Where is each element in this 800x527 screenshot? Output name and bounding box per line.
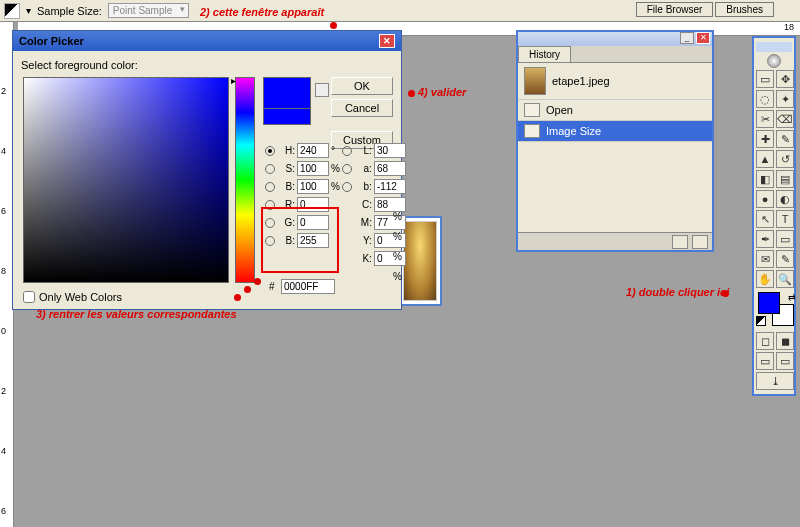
dialog-titlebar[interactable]: Color Picker ✕ bbox=[13, 31, 401, 51]
annotation-dot bbox=[244, 286, 251, 293]
close-icon[interactable]: ✕ bbox=[696, 32, 710, 44]
hex-hash-label: # bbox=[269, 281, 275, 292]
color-field[interactable] bbox=[23, 77, 229, 283]
radio-bb[interactable] bbox=[265, 236, 275, 246]
radio-a[interactable] bbox=[342, 164, 352, 174]
stamp-tool[interactable]: ▲ bbox=[756, 150, 774, 168]
history-step-open[interactable]: Open bbox=[518, 100, 712, 121]
sample-size-label: Sample Size: bbox=[37, 5, 102, 17]
history-snapshot-row[interactable]: etape1.jpeg bbox=[518, 63, 712, 100]
panel-titlebar[interactable]: _ ✕ bbox=[518, 32, 712, 46]
new-color-swatch[interactable] bbox=[263, 77, 311, 109]
palette-well: File Browser Brushes bbox=[636, 2, 774, 17]
cancel-button[interactable]: Cancel bbox=[331, 99, 393, 117]
color-picker-dialog: Color Picker ✕ Select foreground color: … bbox=[12, 30, 402, 310]
tool-preset-icon[interactable] bbox=[4, 3, 20, 19]
quickmask-on-icon[interactable]: ◼ bbox=[776, 332, 794, 350]
jump-to-icon[interactable]: ⤓ bbox=[756, 372, 794, 390]
radio-b[interactable] bbox=[265, 182, 275, 192]
default-colors-icon[interactable] bbox=[756, 316, 766, 326]
wand-tool[interactable]: ✦ bbox=[776, 90, 794, 108]
ruler-tick-label: 4 bbox=[1, 146, 6, 156]
g-input[interactable] bbox=[297, 215, 329, 230]
radio-g[interactable] bbox=[265, 218, 275, 228]
ruler-tick-label: 2 bbox=[1, 86, 6, 96]
gamut-warning-icon[interactable] bbox=[315, 83, 329, 97]
zoom-tool[interactable]: 🔍 bbox=[776, 270, 794, 288]
radio-lab-b[interactable] bbox=[342, 182, 352, 192]
adobe-online-icon[interactable] bbox=[767, 54, 781, 68]
ok-button[interactable]: OK bbox=[331, 77, 393, 95]
open-icon bbox=[524, 103, 540, 117]
heal-tool[interactable]: ✚ bbox=[756, 130, 774, 148]
bb-input[interactable] bbox=[297, 233, 329, 248]
crop-tool[interactable]: ✂ bbox=[756, 110, 774, 128]
snapshot-thumb-icon bbox=[524, 67, 546, 95]
radio-l[interactable] bbox=[342, 146, 352, 156]
blur-tool[interactable]: ● bbox=[756, 190, 774, 208]
type-tool[interactable]: T bbox=[776, 210, 794, 228]
dodge-tool[interactable]: ◐ bbox=[776, 190, 794, 208]
eyedropper-tool[interactable]: ✎ bbox=[776, 250, 794, 268]
c-input[interactable] bbox=[374, 197, 406, 212]
lasso-tool[interactable]: ◌ bbox=[756, 90, 774, 108]
screen-mode-1-icon[interactable]: ▭ bbox=[756, 352, 774, 370]
annotation-dot bbox=[722, 290, 729, 297]
select-color-label: Select foreground color: bbox=[21, 59, 393, 71]
quickmask-off-icon[interactable]: ◻ bbox=[756, 332, 774, 350]
hex-input[interactable] bbox=[281, 279, 335, 294]
current-color-swatch[interactable] bbox=[263, 109, 311, 125]
radio-s[interactable] bbox=[265, 164, 275, 174]
new-snapshot-icon[interactable] bbox=[672, 235, 688, 249]
screen-mode-2-icon[interactable]: ▭ bbox=[776, 352, 794, 370]
slider-pointer-icon: ▸ bbox=[231, 75, 236, 86]
r-input[interactable] bbox=[297, 197, 329, 212]
path-tool[interactable]: ↖ bbox=[756, 210, 774, 228]
color-values-grid: H:° L: S:% a: B:% b: R: C: G: M: B: Y: K… bbox=[265, 143, 406, 266]
history-panel: _ ✕ History etape1.jpeg Open Image Size bbox=[516, 30, 714, 252]
move-tool[interactable]: ✥ bbox=[776, 70, 794, 88]
brushes-tab[interactable]: Brushes bbox=[715, 2, 774, 17]
file-browser-tab[interactable]: File Browser bbox=[636, 2, 714, 17]
history-footer bbox=[518, 232, 712, 250]
foreground-color-swatch[interactable] bbox=[758, 292, 780, 314]
b-input[interactable] bbox=[297, 179, 329, 194]
eraser-tool[interactable]: ◧ bbox=[756, 170, 774, 188]
notes-tool[interactable]: ✉ bbox=[756, 250, 774, 268]
lab-b-input[interactable] bbox=[374, 179, 406, 194]
ruler-tick-label: 0 bbox=[1, 326, 6, 336]
ruler-tick-label: 6 bbox=[1, 206, 6, 216]
trash-icon[interactable] bbox=[692, 235, 708, 249]
annotation-dot bbox=[408, 90, 415, 97]
only-web-colors-checkbox[interactable] bbox=[23, 291, 35, 303]
swap-colors-icon[interactable]: ⇄ bbox=[788, 292, 796, 302]
radio-r[interactable] bbox=[265, 200, 275, 210]
annotation-1: 1) double cliquer ici bbox=[626, 286, 729, 298]
l-input[interactable] bbox=[374, 143, 406, 158]
ruler-tick-label: 8 bbox=[1, 266, 6, 276]
snapshot-label: etape1.jpeg bbox=[552, 75, 610, 87]
gradient-tool[interactable]: ▤ bbox=[776, 170, 794, 188]
history-tab[interactable]: History bbox=[518, 46, 571, 62]
slice-tool[interactable]: ⌫ bbox=[776, 110, 794, 128]
shape-tool[interactable]: ▭ bbox=[776, 230, 794, 248]
tool-grid: ▭✥ ◌✦ ✂⌫ ✚✎ ▲↺ ◧▤ ●◐ ↖T ✒▭ ✉✎ ✋🔍 bbox=[756, 70, 792, 288]
ruler-tick-label: 18 bbox=[784, 22, 794, 32]
a-input[interactable] bbox=[374, 161, 406, 176]
ruler-tick-label: 2 bbox=[1, 386, 6, 396]
close-icon[interactable]: ✕ bbox=[379, 34, 395, 48]
history-brush-tool[interactable]: ↺ bbox=[776, 150, 794, 168]
marquee-tool[interactable]: ▭ bbox=[756, 70, 774, 88]
h-input[interactable] bbox=[297, 143, 329, 158]
minimize-icon[interactable]: _ bbox=[680, 32, 694, 44]
hand-tool[interactable]: ✋ bbox=[756, 270, 774, 288]
s-input[interactable] bbox=[297, 161, 329, 176]
brush-tool[interactable]: ✎ bbox=[776, 130, 794, 148]
toolbox-header[interactable] bbox=[756, 42, 792, 52]
sample-size-select[interactable]: Point Sample bbox=[108, 3, 189, 18]
radio-h[interactable] bbox=[265, 146, 275, 156]
annotation-dot bbox=[234, 294, 241, 301]
hue-slider[interactable] bbox=[235, 77, 255, 283]
pen-tool[interactable]: ✒ bbox=[756, 230, 774, 248]
history-step-image-size[interactable]: Image Size bbox=[518, 121, 712, 142]
